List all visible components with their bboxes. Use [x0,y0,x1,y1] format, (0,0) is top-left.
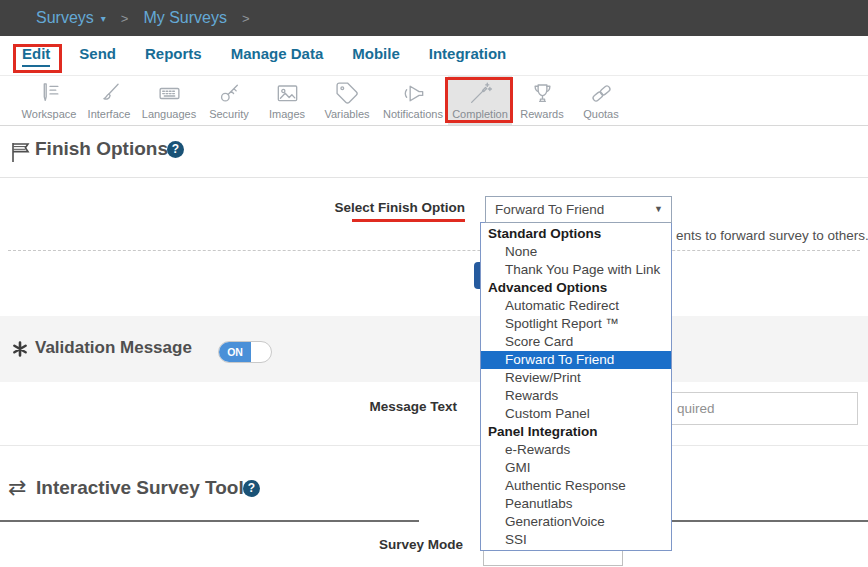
toolbar-item-notifications[interactable]: Notifications [378,76,448,125]
interface-icon [97,80,122,106]
toolbar-item-label: Variables [324,108,369,120]
dropdown-option-ssi[interactable]: SSI [481,531,671,549]
chevron-right-icon: > [242,11,250,26]
edit-toolbar: WorkspaceInterfaceLanguagesSecurityImage… [0,76,868,126]
dropdown-option-custom-panel[interactable]: Custom Panel [481,405,671,423]
toolbar-item-variables[interactable]: Variables [316,76,378,125]
toolbar-item-label: Languages [142,108,196,120]
toolbar-item-quotas[interactable]: Quotas [572,76,630,125]
finish-option-selected-value: Forward To Friend [495,202,604,217]
toolbar-item-label: Workspace [22,108,77,120]
dropdown-option-spotlight-report[interactable]: Spotlight Report ™ [481,315,671,333]
toolbar-item-workspace[interactable]: Workspace [18,76,80,125]
breadcrumb: Surveys▾>My Surveys> [0,0,868,36]
section-divider-left [0,520,419,522]
menu-tab-edit[interactable]: Edit [22,45,50,67]
finish-option-select[interactable]: Forward To Friend ▼ [485,196,672,223]
forward-note-text: ents to forward survey to others. ? [676,228,868,246]
toolbar-item-label: Completion [452,108,508,120]
toolbar-item-label: Security [209,108,249,120]
menu-tab-send[interactable]: Send [79,45,116,67]
languages-icon [157,80,182,106]
dropdown-option-generationvoice[interactable]: GenerationVoice [481,513,671,531]
main-menu: EditSendReportsManage DataMobileIntegrat… [0,36,868,76]
finish-option-dropdown-list: Standard OptionsNoneThank You Page with … [480,222,672,551]
message-text-value: quired [677,401,715,416]
dropdown-group-panel-integration: Panel Integration [481,423,671,441]
toolbar-item-security[interactable]: Security [200,76,258,125]
divider [0,445,868,446]
validation-message-title: Validation Message [35,338,192,358]
toolbar-item-label: Interface [88,108,131,120]
menu-tab-integration[interactable]: Integration [429,45,507,67]
validation-message-toggle[interactable]: ON [218,341,272,363]
survey-app-window: Surveys▾>My Surveys> EditSendReportsMana… [0,0,868,567]
survey-mode-label: Survey Mode [330,537,463,552]
dropdown-option-review-print[interactable]: Review/Print [481,369,671,387]
dropdown-group-advanced-options: Advanced Options [481,279,671,297]
dropdown-option-forward-to-friend[interactable]: Forward To Friend [481,351,671,369]
interactive-tools-help-icon[interactable]: ? [243,480,260,497]
divider [0,177,868,178]
quotas-icon [589,80,614,106]
dashed-divider [8,250,860,251]
finish-options-title: Finish Options [35,138,168,160]
toolbar-item-label: Rewards [520,108,563,120]
annotation-underline-select-finish-option [352,219,465,222]
dropdown-option-gmi[interactable]: GMI [481,459,671,477]
toggle-on-label: ON [219,342,251,362]
dropdown-option-peanutlabs[interactable]: Peanutlabs [481,495,671,513]
dropdown-option-none[interactable]: None [481,243,671,261]
menu-tab-mobile[interactable]: Mobile [352,45,400,67]
toolbar-item-interface[interactable]: Interface [80,76,138,125]
images-icon [275,80,300,106]
rewards-icon [530,80,555,106]
toolbar-item-completion[interactable]: Completion [448,76,512,125]
finish-flag-icon [9,140,33,168]
dropdown-group-standard-options: Standard Options [481,225,671,243]
notifications-icon [401,80,426,106]
variables-icon [335,80,360,106]
workspace-icon [37,80,62,106]
dropdown-option-rewards[interactable]: Rewards [481,387,671,405]
breadcrumb-item-my-surveys[interactable]: My Surveys [143,9,227,27]
dropdown-option-score-card[interactable]: Score Card [481,333,671,351]
dropdown-option-automatic-redirect[interactable]: Automatic Redirect [481,297,671,315]
toolbar-item-images[interactable]: Images [258,76,316,125]
select-finish-option-label: Select Finish Option [330,200,465,215]
asterisk-icon [12,341,28,361]
security-icon [217,80,242,106]
message-text-label: Message Text [330,399,457,414]
menu-tab-manage-data[interactable]: Manage Data [231,45,324,67]
interactive-survey-tools-title: Interactive Survey Tools [36,477,254,499]
toolbar-item-label: Quotas [583,108,618,120]
dropdown-option-thank-you-page-with-link[interactable]: Thank You Page with Link [481,261,671,279]
dropdown-option-e-rewards[interactable]: e-Rewards [481,441,671,459]
toolbar-item-label: Notifications [383,108,443,120]
toolbar-item-label: Images [269,108,305,120]
dropdown-option-authentic-response[interactable]: Authentic Response [481,477,671,495]
toolbar-item-rewards[interactable]: Rewards [512,76,572,125]
menu-tab-reports[interactable]: Reports [145,45,202,67]
breadcrumb-item-surveys[interactable]: Surveys [36,9,94,27]
chevron-right-icon: > [121,11,129,26]
completion-icon [468,80,493,106]
select-caret-down-icon: ▼ [654,197,663,222]
toolbar-item-languages[interactable]: Languages [138,76,200,125]
swap-arrows-icon: ⇄ [8,475,26,501]
caret-down-icon[interactable]: ▾ [101,13,106,24]
finish-options-help-icon[interactable]: ? [167,141,184,158]
